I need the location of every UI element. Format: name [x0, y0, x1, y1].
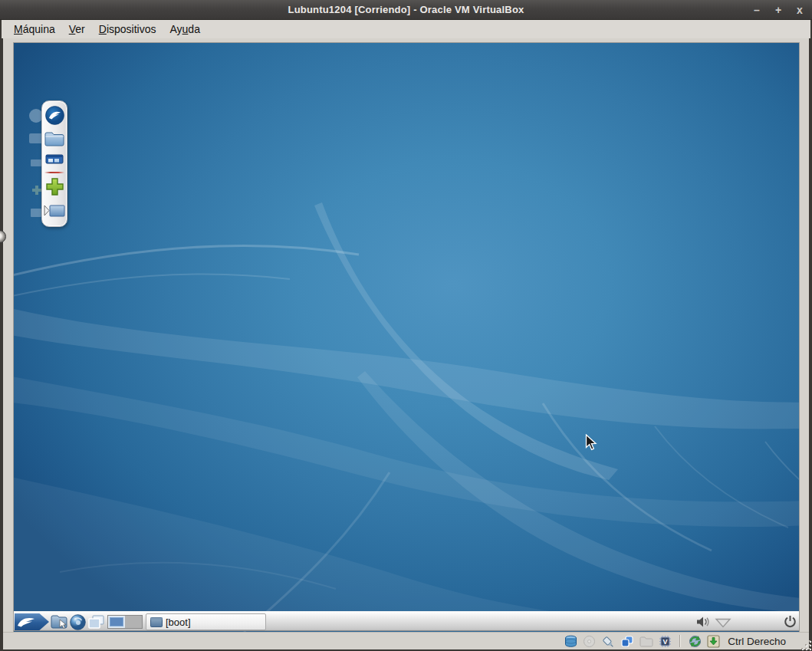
network-icon[interactable]	[601, 635, 615, 648]
shared-folders-icon[interactable]	[639, 635, 653, 648]
show-desktop-button[interactable]	[87, 615, 105, 632]
dock-add-plus-icon[interactable]	[44, 176, 65, 200]
dock-lubuntu-logo-icon[interactable]	[45, 106, 64, 128]
start-menu-button[interactable]	[15, 613, 49, 630]
dock-separator-line	[44, 172, 64, 173]
task-label: [boot]	[166, 616, 191, 628]
lubuntu-swoosh-icon	[15, 615, 41, 629]
title-bar[interactable]: Lubuntu1204 [Corriendo] - Oracle VM Virt…	[0, 0, 812, 20]
pager-desktop-2[interactable]	[125, 616, 142, 628]
power-logout-icon[interactable]	[784, 615, 797, 631]
close-button[interactable]: x	[794, 0, 806, 20]
virtualbox-window: Lubuntu1204 [Corriendo] - Oracle VM Virt…	[0, 0, 812, 651]
tray-collapse-arrow-icon[interactable]	[715, 617, 731, 631]
volume-icon[interactable]	[696, 616, 712, 631]
file-manager-launcher[interactable]	[51, 614, 68, 632]
resize-grip[interactable]	[800, 639, 810, 649]
maximize-button[interactable]: +	[772, 0, 784, 20]
desktop-pager	[107, 615, 143, 629]
mouse-cursor-icon	[585, 434, 597, 451]
virtualization-features-icon[interactable]: V	[659, 635, 672, 648]
dock-panel-settings-icon[interactable]	[45, 153, 64, 168]
menu-ver[interactable]: Ver	[63, 21, 91, 37]
host-key-label: Ctrl Derecho	[728, 636, 786, 647]
vm-desktop[interactable]: [boot]	[14, 43, 799, 632]
launcher-dock	[41, 100, 67, 227]
usb-devices-icon[interactable]	[620, 635, 634, 648]
dock-folder-icon[interactable]	[44, 131, 64, 150]
keyboard-capture-icon[interactable]	[707, 635, 720, 648]
lxde-taskbar: [boot]	[14, 611, 799, 631]
vbox-status-bar: V Ctrl Derecho	[3, 632, 809, 649]
wallpaper-swirls	[14, 43, 799, 632]
optical-drives-icon[interactable]	[583, 635, 596, 648]
menu-maquina[interactable]: Máquina	[8, 21, 61, 37]
statusbar-separator	[679, 635, 681, 647]
menu-bar: Máquina Ver Dispositivos Ayuda	[0, 20, 812, 38]
hard-disks-icon[interactable]	[564, 635, 577, 648]
dock-open-window-icon[interactable]	[44, 203, 65, 222]
task-button-boot[interactable]: [boot]	[146, 613, 266, 630]
task-window-icon	[150, 617, 163, 627]
pager-desktop-1[interactable]	[108, 616, 125, 628]
svg-text:V: V	[663, 638, 668, 646]
menu-dispositivos[interactable]: Dispositivos	[93, 21, 163, 37]
window-controls: – + x	[751, 0, 806, 20]
web-browser-launcher[interactable]	[70, 614, 86, 632]
menu-ayuda[interactable]: Ayuda	[163, 21, 205, 37]
minimize-button[interactable]: –	[751, 0, 763, 20]
mouse-integration-icon[interactable]	[689, 635, 702, 648]
window-title: Lubuntu1204 [Corriendo] - Oracle VM Virt…	[0, 4, 812, 15]
